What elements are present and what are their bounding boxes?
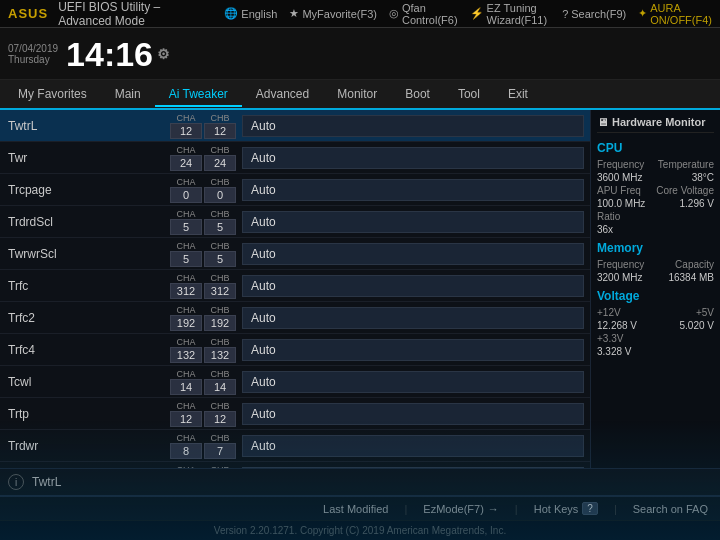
chb-value[interactable]: 14 bbox=[204, 379, 236, 395]
table-row[interactable]: Trfc4CHA132CHB132Auto bbox=[0, 334, 590, 366]
myfavorites-item[interactable]: ★ MyFavorite(F3) bbox=[289, 7, 377, 20]
table-row[interactable]: Trfc2CHA192CHB192Auto bbox=[0, 302, 590, 334]
chb-label: CHB bbox=[210, 305, 229, 315]
setting-name-label: Tcwl bbox=[0, 371, 170, 393]
voltage-section-title: Voltage bbox=[597, 289, 714, 303]
table-row[interactable]: TrfcCHA312CHB312Auto bbox=[0, 270, 590, 302]
bios-title: UEFI BIOS Utility – Advanced Mode bbox=[58, 0, 214, 28]
cpu-freq-row: Frequency Temperature bbox=[597, 159, 714, 170]
mem-cap-label: Capacity bbox=[675, 259, 714, 270]
chb-value[interactable]: 24 bbox=[204, 155, 236, 171]
cha-chb-group: CHA12CHB12 bbox=[170, 113, 236, 139]
cpu-freq-val-row: 3600 MHz 38°C bbox=[597, 172, 714, 183]
chb-value[interactable]: 5 bbox=[204, 251, 236, 267]
v12-label: +12V bbox=[597, 307, 621, 318]
cha-value[interactable]: 312 bbox=[170, 283, 202, 299]
chb-label: CHB bbox=[210, 337, 229, 347]
table-row[interactable]: TrdrdSclCHA5CHB5Auto bbox=[0, 206, 590, 238]
cpu-temp-label: Temperature bbox=[658, 159, 714, 170]
cha-chb-group: CHA192CHB192 bbox=[170, 305, 236, 331]
tab-my-favorites[interactable]: My Favorites bbox=[4, 83, 101, 107]
ez-icon: ⚡ bbox=[470, 7, 484, 20]
cpu-apufreq-row: APU Freq Core Voltage bbox=[597, 185, 714, 196]
v33-label: +3.3V bbox=[597, 333, 714, 344]
cha-value[interactable]: 14 bbox=[170, 379, 202, 395]
setting-value[interactable]: Auto bbox=[242, 275, 584, 297]
search-item[interactable]: ? Search(F9) bbox=[562, 8, 626, 20]
chb-value[interactable]: 5 bbox=[204, 219, 236, 235]
chb-label: CHB bbox=[210, 241, 229, 251]
setting-value[interactable]: Auto bbox=[242, 371, 584, 393]
setting-value[interactable]: Auto bbox=[242, 307, 584, 329]
language-icon: 🌐 bbox=[224, 7, 238, 20]
table-row[interactable]: TwrwrSclCHA5CHB5Auto bbox=[0, 238, 590, 270]
right-panel: 🖥 Hardware Monitor CPU Frequency Tempera… bbox=[590, 110, 720, 468]
table-row[interactable]: TwtrLCHA12CHB12Auto bbox=[0, 110, 590, 142]
time-display: 14:16 ⚙ bbox=[66, 37, 170, 71]
chb-value[interactable]: 192 bbox=[204, 315, 236, 331]
mem-freq-label: Frequency bbox=[597, 259, 644, 270]
cha-label: CHA bbox=[176, 209, 195, 219]
chb-value[interactable]: 0 bbox=[204, 187, 236, 203]
setting-name-label: Trfc2 bbox=[0, 307, 170, 329]
tab-monitor[interactable]: Monitor bbox=[323, 83, 391, 107]
asus-logo: ASUS bbox=[8, 6, 48, 21]
table-row[interactable]: TrcpageCHA0CHB0Auto bbox=[0, 174, 590, 206]
setting-value[interactable]: Auto bbox=[242, 243, 584, 265]
memory-section-title: Memory bbox=[597, 241, 714, 255]
mem-freq-value: 3200 MHz bbox=[597, 272, 643, 283]
table-row[interactable]: TwrCHA24CHB24Auto bbox=[0, 142, 590, 174]
setting-name-label: TwrwrScl bbox=[0, 243, 170, 265]
mem-cap-value: 16384 MB bbox=[668, 272, 714, 283]
v12-value: 12.268 V bbox=[597, 320, 637, 331]
mem-freq-val-row: 3200 MHz 16384 MB bbox=[597, 272, 714, 283]
tab-main[interactable]: Main bbox=[101, 83, 155, 107]
setting-name-label: TwtrL bbox=[0, 115, 170, 137]
cha-value[interactable]: 0 bbox=[170, 187, 202, 203]
table-row[interactable]: TcwlCHA14CHB14Auto bbox=[0, 366, 590, 398]
tab-tool[interactable]: Tool bbox=[444, 83, 494, 107]
setting-value[interactable]: Auto bbox=[242, 115, 584, 137]
v12-val-row: 12.268 V 5.020 V bbox=[597, 320, 714, 331]
tab-boot[interactable]: Boot bbox=[391, 83, 444, 107]
cha-value[interactable]: 5 bbox=[170, 219, 202, 235]
cha-value[interactable]: 192 bbox=[170, 315, 202, 331]
cha-chb-group: CHA24CHB24 bbox=[170, 145, 236, 171]
chb-value[interactable]: 12 bbox=[204, 123, 236, 139]
cha-label: CHA bbox=[176, 177, 195, 187]
aura-item[interactable]: ✦ AURA ON/OFF(F4) bbox=[638, 2, 712, 26]
cpu-freq-label: Frequency bbox=[597, 159, 644, 170]
cha-value[interactable]: 132 bbox=[170, 347, 202, 363]
tab-ai-tweaker[interactable]: Ai Tweaker bbox=[155, 83, 242, 107]
setting-value[interactable]: Auto bbox=[242, 339, 584, 361]
eztuning-item[interactable]: ⚡ EZ Tuning Wizard(F11) bbox=[470, 2, 551, 26]
setting-value[interactable]: Auto bbox=[242, 211, 584, 233]
chb-value[interactable]: 312 bbox=[204, 283, 236, 299]
tab-advanced[interactable]: Advanced bbox=[242, 83, 323, 107]
setting-value[interactable]: Auto bbox=[242, 147, 584, 169]
chb-value[interactable]: 132 bbox=[204, 347, 236, 363]
cha-chb-group: CHA5CHB5 bbox=[170, 241, 236, 267]
cha-label: CHA bbox=[176, 113, 195, 123]
cha-label: CHA bbox=[176, 145, 195, 155]
date-text: 07/04/2019 bbox=[8, 43, 58, 54]
monitor-icon: 🖥 bbox=[597, 116, 608, 128]
cha-value[interactable]: 24 bbox=[170, 155, 202, 171]
language-label: English bbox=[241, 8, 277, 20]
setting-value[interactable]: Auto bbox=[242, 179, 584, 201]
tab-exit[interactable]: Exit bbox=[494, 83, 542, 107]
hw-monitor-label: Hardware Monitor bbox=[612, 116, 706, 128]
language-item[interactable]: 🌐 English bbox=[224, 7, 277, 20]
cha-value[interactable]: 12 bbox=[170, 123, 202, 139]
cha-chb-group: CHA132CHB132 bbox=[170, 337, 236, 363]
v5-value: 5.020 V bbox=[680, 320, 714, 331]
cha-chb-group: CHA14CHB14 bbox=[170, 369, 236, 395]
nav-tabs: My Favorites Main Ai Tweaker Advanced Mo… bbox=[0, 80, 720, 110]
cha-chb-group: CHA5CHB5 bbox=[170, 209, 236, 235]
cha-value[interactable]: 5 bbox=[170, 251, 202, 267]
qfan-item[interactable]: ◎ Qfan Control(F6) bbox=[389, 2, 458, 26]
aura-icon: ✦ bbox=[638, 7, 647, 20]
chb-label: CHB bbox=[210, 113, 229, 123]
setting-name-label: Twr bbox=[0, 147, 170, 169]
settings-gear-icon[interactable]: ⚙ bbox=[157, 47, 170, 61]
